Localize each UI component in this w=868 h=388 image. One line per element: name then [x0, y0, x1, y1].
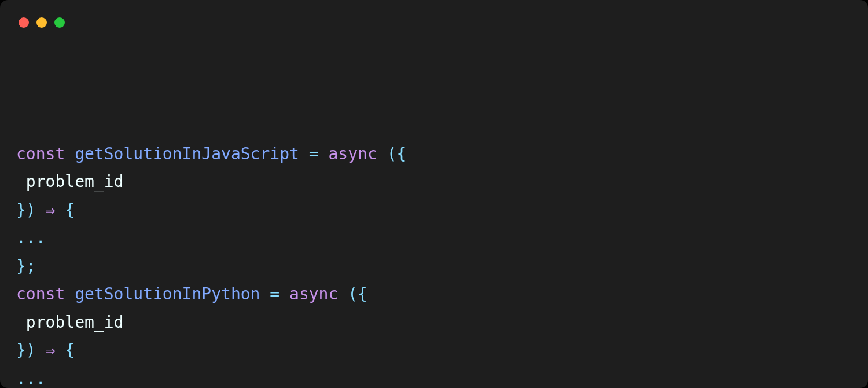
code-token: [319, 144, 329, 163]
code-token: {: [65, 341, 75, 360]
code-line: };: [16, 252, 852, 281]
code-line: problem_id: [16, 309, 852, 337]
code-line: ...: [16, 365, 852, 389]
code-token: getSolutionInPython: [75, 284, 260, 303]
code-token: const: [16, 144, 65, 163]
code-token: problem_id: [16, 313, 123, 332]
code-token: ({: [387, 144, 407, 163]
code-token: getSolutionInJavaScript: [75, 144, 299, 163]
code-token: [260, 284, 270, 303]
code-token: [36, 200, 46, 219]
code-token: [279, 284, 289, 303]
close-icon[interactable]: [19, 17, 29, 28]
code-token: }): [16, 200, 36, 219]
code-token: ⇒: [46, 341, 56, 360]
code-token: [299, 144, 309, 163]
code-token: async: [328, 144, 377, 163]
code-line: }) ⇒ {: [16, 336, 852, 365]
code-token: ...: [16, 369, 46, 388]
code-token: =: [309, 144, 319, 163]
code-token: async: [289, 284, 338, 303]
code-line: problem_id: [16, 168, 852, 196]
code-token: problem_id: [16, 172, 123, 191]
code-window: const getSolutionInJavaScript = async ({…: [0, 0, 868, 388]
code-token: };: [16, 257, 36, 276]
minimize-icon[interactable]: [36, 17, 47, 28]
code-token: }): [16, 341, 36, 360]
code-token: const: [16, 284, 65, 303]
code-token: [65, 144, 75, 163]
code-token: [55, 341, 65, 360]
code-token: ({: [348, 284, 367, 303]
code-block: const getSolutionInJavaScript = async ({…: [16, 56, 852, 388]
code-token: [55, 200, 65, 219]
code-line: ...: [16, 224, 852, 252]
code-token: [377, 144, 387, 163]
code-line: const getSolutionInJavaScript = async ({: [16, 140, 852, 169]
code-line: }) ⇒ {: [16, 196, 852, 225]
code-token: {: [65, 200, 75, 219]
traffic-lights: [19, 17, 852, 28]
zoom-icon[interactable]: [54, 17, 65, 28]
code-token: ⇒: [46, 200, 56, 219]
code-token: ...: [16, 228, 46, 247]
code-token: [65, 284, 75, 303]
code-token: [36, 341, 46, 360]
code-token: [338, 284, 348, 303]
code-token: =: [270, 284, 279, 303]
code-line: const getSolutionInPython = async ({: [16, 280, 852, 309]
